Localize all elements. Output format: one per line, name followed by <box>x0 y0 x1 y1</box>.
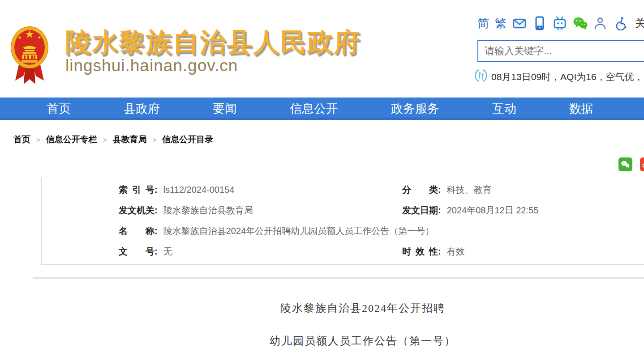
national-emblem-icon <box>10 20 49 89</box>
breadcrumb-info-directory[interactable]: 信息公开目录 <box>162 134 213 145</box>
tv-icon[interactable] <box>553 16 567 30</box>
nav-item-interaction[interactable]: 互动 <box>492 98 516 120</box>
header-toolbar: 简 繁 <box>477 16 644 30</box>
article-title-line1: 陵水黎族自治县2024年公开招聘 <box>0 301 644 315</box>
page: 陵水黎族自治县人民政府 lingshui.hainan.gov.cn 简 繁 <box>0 0 644 348</box>
weather-bar: 08月13日09时，AQI为16，空气优， <box>474 68 644 85</box>
breadcrumb-home[interactable]: 首页 <box>13 134 30 145</box>
article-title-line2: 幼儿园员额人员工作公告（第一号） <box>0 334 644 348</box>
table-row: 文 号: 无 时 效 性: 有效 <box>42 241 644 262</box>
meta-issuing-agency: 发文机关: 陵水黎族自治县教育局 <box>119 204 402 216</box>
care-mode-button[interactable]: 关怀版 <box>635 16 644 30</box>
nav-item-news[interactable]: 要闻 <box>213 98 237 120</box>
breadcrumb-education-bureau[interactable]: 县教育局 <box>113 134 147 145</box>
meta-category: 分 类: 科技、教育 <box>402 184 644 196</box>
meta-issue-date: 发文日期: 2024年08月12日 22:55 <box>402 204 644 216</box>
site-url: lingshui.hainan.gov.cn <box>65 57 361 75</box>
table-row: 发文机关: 陵水黎族自治县教育局 发文日期: 2024年08月12日 22:55 <box>42 200 644 221</box>
table-row: 索 引 号: ls112/2024-00154 分 类: 科技、教育 <box>42 179 644 200</box>
meta-index-number: 索 引 号: ls112/2024-00154 <box>119 184 402 196</box>
person-icon[interactable] <box>593 16 607 30</box>
meta-document-number: 文 号: 无 <box>119 246 402 258</box>
breadcrumb: 首页 > 信息公开专栏 > 县教育局 > 信息公开目录 <box>13 135 644 144</box>
weather-text: 08月13日09时，AQI为16，空气优， <box>491 71 644 83</box>
document-meta-table: 索 引 号: ls112/2024-00154 分 类: 科技、教育 发文机关:… <box>41 177 644 265</box>
table-row: 名 称: 陵水黎族自治县2024年公开招聘幼儿园员额人员工作公告（第一号） <box>42 221 644 241</box>
site-header: 陵水黎族自治县人民政府 lingshui.hainan.gov.cn 简 繁 <box>0 0 644 98</box>
wechat-icon[interactable] <box>573 16 587 30</box>
aqi-icon <box>474 68 488 85</box>
nav-item-gov-services[interactable]: 政务服务 <box>391 98 439 120</box>
site-title: 陵水黎族自治县人民政府 <box>65 28 361 57</box>
lang-traditional-toggle[interactable]: 繁 <box>495 16 507 30</box>
site-brand: 陵水黎族自治县人民政府 lingshui.hainan.gov.cn <box>65 28 361 75</box>
breadcrumb-separator: > <box>103 136 107 144</box>
nav-item-info-disclosure[interactable]: 信息公开 <box>290 98 338 120</box>
meta-validity: 时 效 性: 有效 <box>402 246 644 258</box>
nav-item-data[interactable]: 数据 <box>569 98 593 120</box>
share-bar <box>618 157 644 171</box>
breadcrumb-info-column[interactable]: 信息公开专栏 <box>46 134 97 145</box>
mobile-icon[interactable] <box>532 16 547 30</box>
lang-simplified-toggle[interactable]: 简 <box>477 16 489 30</box>
mail-icon[interactable] <box>512 16 527 30</box>
weibo-share-icon[interactable] <box>640 157 644 171</box>
breadcrumb-separator: > <box>36 136 40 144</box>
search-input[interactable] <box>477 40 644 62</box>
breadcrumb-separator: > <box>153 136 157 144</box>
nav-item-county-gov[interactable]: 县政府 <box>124 98 160 120</box>
content-divider <box>33 277 644 279</box>
accessibility-icon[interactable] <box>613 16 627 30</box>
main-nav: 首页 县政府 要闻 信息公开 政务服务 互动 数据 <box>0 98 644 120</box>
meta-document-name: 名 称: 陵水黎族自治县2024年公开招聘幼儿园员额人员工作公告（第一号） <box>119 225 644 237</box>
wechat-share-icon[interactable] <box>618 157 632 171</box>
nav-item-home[interactable]: 首页 <box>47 98 71 120</box>
